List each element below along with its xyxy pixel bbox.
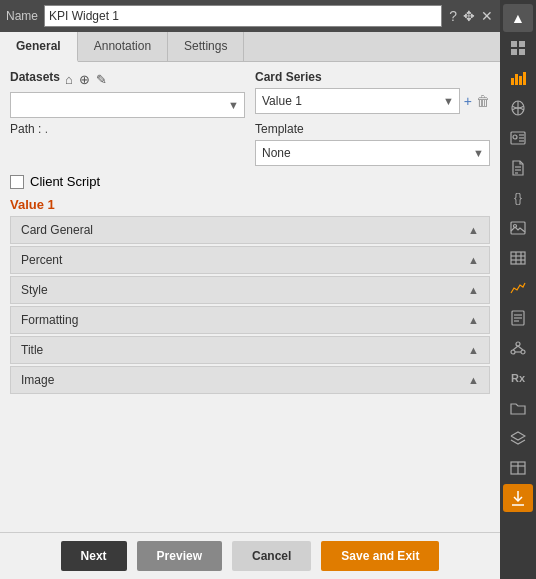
sidebar-table-icon[interactable] <box>503 244 533 272</box>
bottom-bar: Next Preview Cancel Save and Exit <box>0 532 500 579</box>
sidebar-code-icon[interactable]: {} <box>503 184 533 212</box>
accordion-percent-chevron: ▲ <box>468 254 479 266</box>
tab-bar: General Annotation Settings <box>0 32 500 62</box>
sidebar-line-chart-icon[interactable] <box>503 274 533 302</box>
sidebar-image-icon[interactable] <box>503 214 533 242</box>
template-select[interactable]: None <box>255 140 490 166</box>
sidebar-download-icon[interactable] <box>503 484 533 512</box>
path-label: Path : <box>10 122 41 136</box>
svg-point-11 <box>513 135 517 139</box>
svg-rect-3 <box>519 49 525 55</box>
svg-rect-20 <box>511 252 525 264</box>
close-icon[interactable]: ✕ <box>480 7 494 25</box>
datasets-select[interactable] <box>10 92 245 118</box>
home-icon[interactable]: ⌂ <box>64 71 74 88</box>
svg-rect-1 <box>519 41 525 47</box>
sidebar-up-icon[interactable]: ▲ <box>503 4 533 32</box>
edit-dataset-icon[interactable]: ✎ <box>95 71 108 88</box>
svg-rect-4 <box>511 78 514 85</box>
tab-general[interactable]: General <box>0 32 78 62</box>
save-and-exit-button[interactable]: Save and Exit <box>321 541 439 571</box>
svg-rect-7 <box>523 72 526 85</box>
datasets-label: Datasets <box>10 70 60 84</box>
sidebar-rx-icon[interactable]: Rx <box>503 364 533 392</box>
accordion-image-label: Image <box>21 373 54 387</box>
path-value: . <box>45 122 48 136</box>
add-card-series-icon[interactable]: + <box>464 93 472 109</box>
help-icon[interactable]: ? <box>448 7 458 25</box>
sidebar-network-icon[interactable] <box>503 334 533 362</box>
tab-annotation[interactable]: Annotation <box>78 32 168 61</box>
client-script-checkbox[interactable] <box>10 175 24 189</box>
svg-rect-18 <box>511 222 525 234</box>
sidebar-grid2-icon[interactable] <box>503 454 533 482</box>
accordion-formatting-chevron: ▲ <box>468 314 479 326</box>
accordion-card-general[interactable]: Card General ▲ <box>10 216 490 244</box>
svg-point-30 <box>511 350 515 354</box>
sidebar-layers-icon[interactable] <box>503 424 533 452</box>
svg-rect-6 <box>519 76 522 85</box>
widget-name-input[interactable] <box>44 5 442 27</box>
sidebar-grid-icon[interactable] <box>503 34 533 62</box>
card-series-select[interactable]: Value 1 <box>255 88 460 114</box>
svg-line-32 <box>513 346 518 350</box>
accordion-formatting-label: Formatting <box>21 313 78 327</box>
next-button[interactable]: Next <box>61 541 127 571</box>
sidebar-bar-chart-icon[interactable] <box>503 64 533 92</box>
sidebar-id-icon[interactable] <box>503 124 533 152</box>
accordion-card-general-chevron: ▲ <box>468 224 479 236</box>
accordion-style-chevron: ▲ <box>468 284 479 296</box>
accordion-style-label: Style <box>21 283 48 297</box>
value-section-title: Value 1 <box>10 197 490 212</box>
template-label: Template <box>255 122 490 136</box>
svg-rect-5 <box>515 74 518 85</box>
accordion-title-label: Title <box>21 343 43 357</box>
preview-button[interactable]: Preview <box>137 541 222 571</box>
sidebar-doc-icon[interactable] <box>503 154 533 182</box>
add-dataset-icon[interactable]: ⊕ <box>78 71 91 88</box>
svg-rect-2 <box>511 49 517 55</box>
accordion-title-chevron: ▲ <box>468 344 479 356</box>
tab-settings[interactable]: Settings <box>168 32 244 61</box>
accordion-percent[interactable]: Percent ▲ <box>10 246 490 274</box>
accordion-list: Card General ▲ Percent ▲ Style ▲ <box>10 216 490 396</box>
move-icon[interactable]: ✥ <box>462 7 476 25</box>
svg-point-31 <box>521 350 525 354</box>
accordion-image[interactable]: Image ▲ <box>10 366 490 394</box>
accordion-percent-label: Percent <box>21 253 62 267</box>
cancel-button[interactable]: Cancel <box>232 541 311 571</box>
sidebar-folder-icon[interactable] <box>503 394 533 422</box>
sidebar-report-icon[interactable] <box>503 304 533 332</box>
client-script-label: Client Script <box>30 174 100 189</box>
accordion-title[interactable]: Title ▲ <box>10 336 490 364</box>
card-series-label: Card Series <box>255 70 490 84</box>
name-label: Name <box>6 9 38 23</box>
svg-rect-0 <box>511 41 517 47</box>
accordion-style[interactable]: Style ▲ <box>10 276 490 304</box>
accordion-formatting[interactable]: Formatting ▲ <box>10 306 490 334</box>
right-sidebar: ▲ <box>500 0 536 579</box>
svg-line-33 <box>518 346 523 350</box>
sidebar-map-icon[interactable] <box>503 94 533 122</box>
delete-card-series-icon[interactable]: 🗑 <box>476 93 490 109</box>
accordion-image-chevron: ▲ <box>468 374 479 386</box>
svg-point-29 <box>516 342 520 346</box>
accordion-card-general-label: Card General <box>21 223 93 237</box>
